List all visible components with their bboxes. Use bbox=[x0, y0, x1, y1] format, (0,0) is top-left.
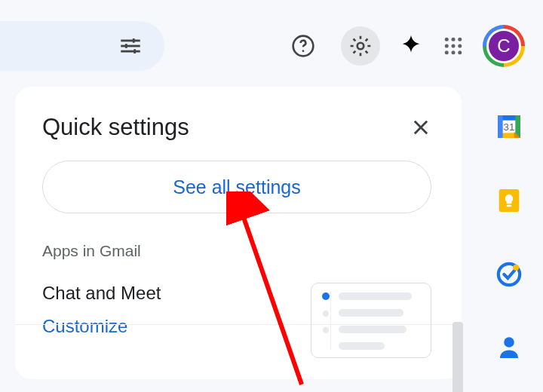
apps-icon[interactable] bbox=[442, 35, 465, 57]
svg-point-12 bbox=[445, 44, 449, 48]
svg-point-11 bbox=[458, 38, 462, 41]
calendar-app[interactable]: 31 bbox=[494, 112, 524, 142]
svg-rect-24 bbox=[498, 115, 503, 138]
svg-point-16 bbox=[452, 51, 456, 54]
divider bbox=[15, 324, 462, 325]
scrollbar[interactable] bbox=[452, 322, 463, 392]
svg-point-17 bbox=[458, 51, 462, 54]
chat-and-meet-label: Chat and Meet bbox=[42, 283, 161, 304]
svg-text:31: 31 bbox=[504, 121, 515, 133]
settings-button[interactable] bbox=[341, 26, 380, 66]
see-all-settings-button[interactable]: See all settings bbox=[42, 161, 431, 213]
tasks-icon bbox=[494, 259, 524, 289]
svg-point-15 bbox=[445, 51, 449, 54]
svg-point-10 bbox=[452, 38, 456, 41]
svg-point-30 bbox=[504, 337, 514, 348]
help-icon bbox=[291, 34, 315, 58]
contacts-icon bbox=[495, 333, 523, 360]
keep-app[interactable] bbox=[494, 185, 524, 216]
avatar-initial: C bbox=[486, 29, 521, 63]
help-button[interactable] bbox=[284, 26, 323, 66]
contacts-app[interactable] bbox=[495, 333, 523, 360]
tune-icon[interactable] bbox=[118, 33, 143, 59]
see-all-settings-label: See all settings bbox=[173, 176, 301, 198]
section-label: Apps in Gmail bbox=[42, 242, 431, 260]
top-toolbar: C bbox=[0, 21, 543, 71]
account-avatar[interactable]: C bbox=[483, 25, 525, 67]
side-rail: 31 bbox=[489, 112, 529, 360]
tasks-app[interactable] bbox=[494, 259, 524, 289]
customize-link[interactable]: Customize bbox=[42, 316, 161, 337]
close-button[interactable] bbox=[410, 117, 431, 138]
svg-point-14 bbox=[458, 44, 462, 48]
calendar-icon: 31 bbox=[494, 112, 524, 142]
svg-point-7 bbox=[302, 50, 305, 52]
panel-title: Quick settings bbox=[42, 114, 189, 141]
layout-thumbnail[interactable] bbox=[311, 283, 431, 358]
sparkle-icon[interactable] bbox=[398, 33, 424, 59]
close-icon bbox=[410, 117, 431, 138]
search-bar-segment[interactable] bbox=[0, 21, 164, 71]
keep-icon bbox=[494, 185, 524, 216]
svg-point-29 bbox=[513, 265, 519, 271]
svg-point-8 bbox=[357, 43, 364, 50]
gear-icon bbox=[348, 34, 373, 58]
svg-point-13 bbox=[452, 44, 456, 48]
svg-point-9 bbox=[445, 38, 449, 41]
svg-rect-27 bbox=[507, 205, 512, 207]
quick-settings-panel: Quick settings See all settings Apps in … bbox=[15, 87, 462, 379]
